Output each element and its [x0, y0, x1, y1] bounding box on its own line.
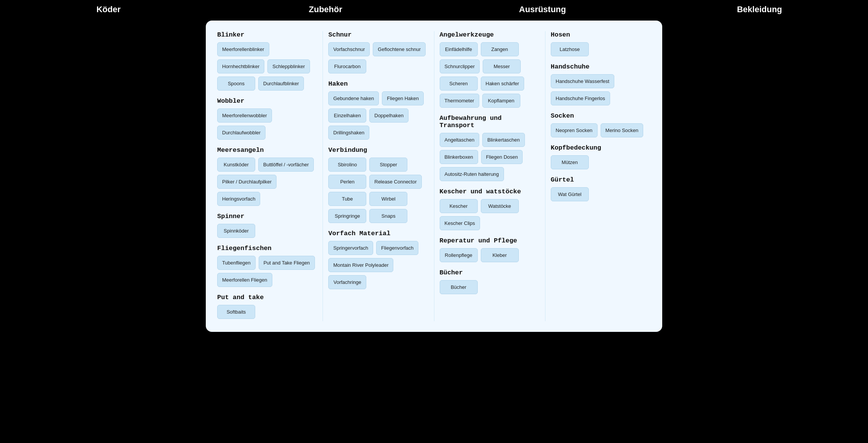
card-item[interactable]: Messer: [483, 59, 521, 73]
card-item[interactable]: Buttlöffel / -vorfächer: [258, 158, 314, 172]
card-grid-0: MeerforellenblinkerHornhechtblinkerSchle…: [217, 42, 317, 91]
card-item[interactable]: Durchlaufblinker: [258, 76, 304, 91]
card-item[interactable]: Zangen: [481, 42, 519, 56]
card-grid-0: VorfachschnurGeflochtene schnurFlurocarb…: [328, 42, 428, 73]
card-item[interactable]: Schleppblinker: [267, 59, 310, 73]
card-item[interactable]: Durchlaufwobbler: [217, 126, 265, 140]
section-title-3: Vorfach Material: [328, 230, 428, 237]
header-ausrustung: Ausrüstung: [434, 5, 651, 14]
card-item[interactable]: Softbaits: [217, 305, 255, 319]
card-grid-4: TubenfliegenPut and Take FliegenMeerfore…: [217, 256, 317, 287]
card-grid-2: KunstköderButtlöffel / -vorfächerPilker …: [217, 158, 317, 206]
card-grid-1: Gebundene hakenFliegen HakenEinzelhakenD…: [328, 91, 428, 140]
card-item[interactable]: Haken schärfer: [481, 76, 524, 91]
card-item[interactable]: Drillingshaken: [328, 126, 369, 140]
card-item[interactable]: Angeltaschen: [440, 133, 480, 147]
card-grid-3: Spinnköder: [217, 224, 317, 238]
col-ausrustung: AngelwerkzeugeEinfädelhilfeZangenSchnurc…: [436, 31, 544, 321]
card-item[interactable]: Wirbel: [369, 192, 407, 206]
card-item[interactable]: Gebundene haken: [328, 91, 379, 105]
card-item[interactable]: Handschuhe Fingerlos: [551, 91, 610, 105]
card-item[interactable]: Tube: [328, 192, 366, 206]
card-item[interactable]: Kescher Clips: [440, 216, 480, 230]
card-item[interactable]: Tubenfliegen: [217, 256, 256, 270]
card-item[interactable]: Rollenpflege: [440, 248, 478, 262]
card-item[interactable]: Springervorfach: [328, 241, 373, 255]
card-item[interactable]: Mützen: [551, 155, 589, 169]
card-item[interactable]: Spinnköder: [217, 224, 255, 238]
card-item[interactable]: Kleber: [481, 248, 519, 262]
card-item[interactable]: Schnurclipper: [440, 59, 480, 73]
card-item[interactable]: Flurocarbon: [328, 59, 366, 73]
col-bekleidung: HosenLatzhoseHandschuheHandschuhe Wasser…: [547, 31, 655, 321]
card-grid-3: RollenpflegeKleber: [440, 248, 540, 262]
card-item[interactable]: Pilker / Durchlaufpilker: [217, 175, 277, 189]
card-grid-2: SbirolinoStopperPerlenRelease ConnectorT…: [328, 158, 428, 223]
card-item[interactable]: Hornhechtblinker: [217, 59, 264, 73]
card-item[interactable]: Vorfachschnur: [328, 42, 370, 56]
card-item[interactable]: Wat Gürtel: [551, 187, 589, 201]
section-title-1: Handschuhe: [551, 63, 651, 70]
card-item[interactable]: Einzelhaken: [328, 108, 366, 123]
card-grid-3: SpringervorfachFliegenvorfachMontain Riv…: [328, 241, 428, 289]
card-item[interactable]: Geflochtene schnur: [373, 42, 426, 56]
card-item[interactable]: Blinkerboxen: [440, 150, 478, 164]
card-item[interactable]: Kunstköder: [217, 158, 255, 172]
card-item[interactable]: Sbirolino: [328, 158, 366, 172]
section-title-2: Meeresangeln: [217, 147, 317, 154]
card-item[interactable]: Vorfachringe: [328, 275, 366, 289]
card-item[interactable]: Bücher: [440, 280, 478, 294]
card-item[interactable]: Latzhose: [551, 42, 589, 56]
card-item[interactable]: Montain River Polyleader: [328, 258, 393, 272]
card-item[interactable]: Watstöcke: [481, 199, 519, 213]
section-title-3: Spinner: [217, 213, 317, 220]
card-item[interactable]: Meerforellenwobbler: [217, 108, 272, 123]
card-item[interactable]: Release Connector: [369, 175, 421, 189]
card-grid-5: Softbaits: [217, 305, 317, 319]
header-bekleidung: Bekleidung: [651, 5, 868, 14]
card-grid-0: EinfädelhilfeZangenSchnurclipperMesserSc…: [440, 42, 540, 108]
card-item[interactable]: Perlen: [328, 175, 366, 189]
section-title-1: Haken: [328, 80, 428, 88]
card-grid-1: MeerforellenwobblerDurchlaufwobbler: [217, 108, 317, 140]
card-item[interactable]: Neopren Socken: [551, 123, 598, 137]
card-item[interactable]: Kescher: [440, 199, 478, 213]
card-item[interactable]: Scheren: [440, 76, 478, 91]
card-grid-1: AngeltaschenBlinkertaschenBlinkerboxenFl…: [440, 133, 540, 181]
card-item[interactable]: Meerforellenblinker: [217, 42, 269, 56]
divider-1: [323, 31, 323, 321]
section-title-5: Put and take: [217, 294, 317, 301]
card-grid-2: Neopren SockenMerino Socken: [551, 123, 651, 137]
card-item[interactable]: Put and Take Fliegen: [259, 256, 315, 270]
card-item[interactable]: Handschuhe Wasserfest: [551, 74, 614, 88]
section-title-1: Wobbler: [217, 97, 317, 105]
card-item[interactable]: Blinkertaschen: [482, 133, 525, 147]
card-item[interactable]: Thermometer: [440, 94, 479, 108]
card-item[interactable]: Doppelhaken: [369, 108, 409, 123]
card-grid-4: Wat Gürtel: [551, 187, 651, 201]
divider-3: [545, 31, 545, 321]
card-item[interactable]: Spoons: [217, 76, 255, 91]
section-title-4: Bücher: [440, 269, 540, 276]
card-item[interactable]: Fliegen Dosen: [481, 150, 523, 164]
card-item[interactable]: Autositz-Ruten halterung: [440, 167, 504, 181]
card-item[interactable]: Heringsvorfach: [217, 192, 260, 206]
card-grid-1: Handschuhe WasserfestHandschuhe Fingerlo…: [551, 74, 651, 105]
card-item[interactable]: Fliegen Haken: [382, 91, 424, 105]
section-title-4: Gürtel: [551, 176, 651, 183]
card-item[interactable]: Snaps: [369, 209, 407, 223]
card-item[interactable]: Merino Socken: [601, 123, 644, 137]
card-item[interactable]: Meerforellen Fliegen: [217, 273, 272, 287]
top-header: Köder Zubehör Ausrüstung Bekleidung: [0, 0, 868, 21]
section-title-3: Kopfbedeckung: [551, 144, 651, 151]
card-item[interactable]: Stopper: [369, 158, 407, 172]
card-item[interactable]: Springringe: [328, 209, 366, 223]
card-grid-3: Mützen: [551, 155, 651, 169]
section-title-4: Fliegenfischen: [217, 245, 317, 252]
card-item[interactable]: Fliegenvorfach: [376, 241, 418, 255]
card-item[interactable]: Einfädelhilfe: [440, 42, 478, 56]
card-grid-0: Latzhose: [551, 42, 651, 56]
card-item[interactable]: Kopflampen: [482, 94, 520, 108]
section-title-2: Verbindung: [328, 147, 428, 154]
section-title-1: Aufbewahrung und Transport: [440, 115, 540, 129]
